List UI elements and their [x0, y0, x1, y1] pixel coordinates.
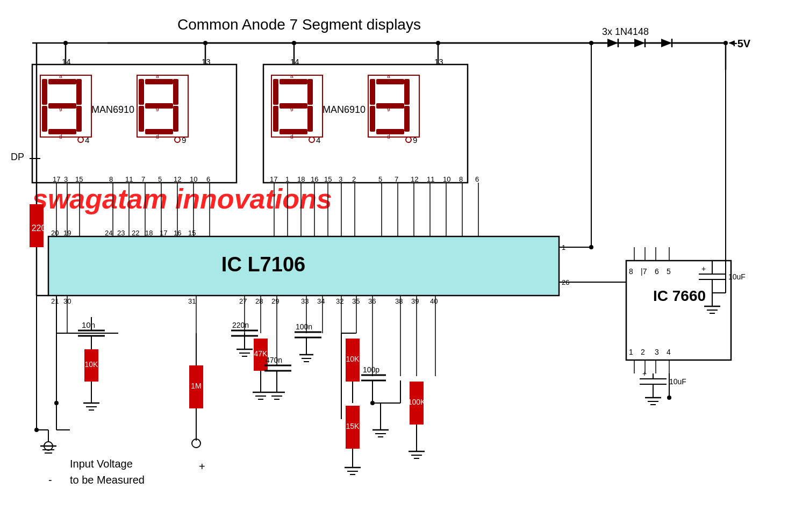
svg-text:31: 31 [188, 297, 196, 305]
svg-text:3: 3 [64, 175, 68, 183]
svg-text:38: 38 [395, 297, 403, 305]
svg-text:d: d [290, 134, 293, 140]
svg-text:9: 9 [413, 135, 417, 145]
svg-text:470n: 470n [266, 356, 282, 364]
svg-text:5: 5 [667, 267, 671, 276]
input-label-2: to be Measured [70, 474, 145, 486]
svg-text:18: 18 [145, 229, 153, 237]
svg-text:a: a [59, 73, 62, 79]
svg-text:10: 10 [190, 175, 197, 183]
svg-text:3: 3 [655, 348, 659, 356]
svg-text:12: 12 [411, 175, 418, 183]
svg-text:|7: |7 [641, 267, 647, 276]
svg-text:11: 11 [125, 175, 133, 183]
svg-text:100p: 100p [363, 365, 379, 374]
svg-text:d: d [387, 134, 390, 140]
svg-text:11: 11 [427, 175, 434, 183]
svg-text:40: 40 [430, 297, 438, 305]
svg-text:15: 15 [324, 175, 332, 183]
svg-text:22: 22 [132, 229, 139, 237]
svg-rect-37 [145, 79, 173, 84]
svg-text:1M: 1M [191, 382, 201, 390]
svg-text:b: b [78, 87, 81, 92]
svg-text:4: 4 [85, 135, 89, 145]
svg-text:b: b [175, 87, 178, 92]
svg-text:a: a [387, 73, 390, 79]
svg-text:f: f [140, 87, 141, 92]
svg-text:g: g [59, 105, 62, 111]
svg-text:6: 6 [206, 175, 210, 183]
svg-text:33: 33 [301, 297, 309, 305]
svg-text:g: g [387, 105, 390, 111]
svg-text:c: c [175, 119, 177, 125]
svg-text:+5V: +5V [731, 38, 751, 49]
dp-label: DP [11, 152, 24, 162]
svg-point-76 [309, 137, 314, 142]
svg-text:17: 17 [270, 175, 277, 183]
svg-text:17: 17 [53, 175, 60, 183]
svg-text:14: 14 [290, 57, 299, 66]
svg-text:39: 39 [411, 297, 419, 305]
svg-text:5: 5 [158, 175, 162, 183]
svg-text:10uF: 10uF [669, 377, 686, 386]
svg-rect-68 [280, 129, 307, 134]
svg-text:21: 21 [51, 297, 59, 305]
svg-rect-79 [376, 79, 404, 84]
svg-text:20: 20 [51, 229, 59, 237]
svg-text:7: 7 [141, 175, 145, 183]
svg-point-93 [406, 137, 411, 142]
svg-text:15K: 15K [346, 422, 360, 430]
svg-text:f: f [274, 87, 276, 92]
svg-text:e: e [43, 119, 46, 125]
svg-text:10K: 10K [85, 360, 99, 369]
svg-text:MAN6910: MAN6910 [323, 104, 366, 115]
svg-text:220: 220 [32, 224, 46, 233]
svg-rect-40 [145, 103, 173, 109]
svg-marker-13 [661, 39, 672, 47]
svg-text:8: 8 [109, 175, 113, 183]
svg-text:4: 4 [667, 348, 671, 356]
svg-text:13: 13 [202, 57, 211, 66]
svg-text:29: 29 [271, 297, 279, 305]
circuit-diagram: swagatam innovations Common Anode 7 Segm… [0, 0, 788, 532]
svg-text:16: 16 [311, 175, 318, 183]
svg-text:6: 6 [475, 175, 479, 183]
input-plus: + [199, 461, 205, 472]
svg-text:15: 15 [75, 175, 83, 183]
svg-text:32: 32 [336, 297, 343, 305]
svg-point-142 [667, 396, 671, 400]
svg-text:1: 1 [629, 348, 633, 356]
main-ic-label: IC L7106 [221, 253, 305, 276]
svg-text:d: d [156, 134, 159, 140]
svg-text:f: f [371, 87, 372, 92]
svg-text:g: g [290, 105, 293, 111]
input-label-1: Input Voltage [70, 458, 133, 470]
svg-point-314 [54, 401, 59, 405]
svg-text:16: 16 [174, 229, 181, 237]
svg-text:6: 6 [655, 267, 659, 276]
svg-text:c: c [406, 119, 409, 125]
svg-text:23: 23 [117, 229, 125, 237]
svg-text:1: 1 [285, 175, 289, 183]
svg-text:24: 24 [105, 229, 112, 237]
svg-text:17: 17 [160, 229, 167, 237]
svg-point-34 [78, 137, 83, 142]
svg-text:7: 7 [395, 175, 398, 183]
svg-marker-7 [607, 39, 618, 47]
svg-rect-65 [280, 103, 307, 109]
svg-text:12: 12 [174, 175, 181, 183]
svg-text:19: 19 [63, 229, 71, 237]
svg-marker-10 [634, 39, 645, 47]
svg-rect-20 [48, 79, 76, 84]
svg-text:8: 8 [459, 175, 463, 183]
svg-text:18: 18 [297, 175, 305, 183]
ic7660-label: IC 7660 [653, 287, 706, 304]
svg-text:e: e [274, 119, 277, 125]
svg-text:g: g [156, 105, 159, 111]
svg-text:28: 28 [255, 297, 263, 305]
svg-text:100n: 100n [296, 322, 312, 331]
svg-text:8: 8 [629, 267, 633, 276]
svg-text:b: b [309, 87, 312, 92]
svg-text:10uF: 10uF [728, 272, 746, 281]
svg-text:b: b [406, 87, 409, 92]
